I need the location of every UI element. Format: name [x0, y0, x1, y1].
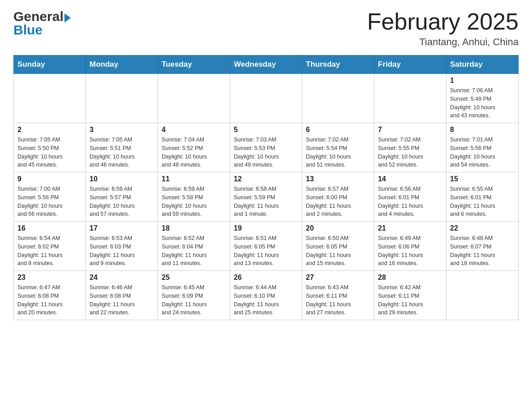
- day-info: Sunrise: 6:53 AM Sunset: 6:03 PM Dayligh…: [90, 234, 154, 268]
- calendar-cell: 7Sunrise: 7:02 AM Sunset: 5:55 PM Daylig…: [374, 123, 446, 172]
- weekday-header-thursday: Thursday: [302, 56, 374, 74]
- day-info: Sunrise: 7:02 AM Sunset: 5:54 PM Dayligh…: [306, 136, 370, 169]
- day-number: 9: [17, 175, 82, 183]
- calendar-cell: 24Sunrise: 6:46 AM Sunset: 6:08 PM Dayli…: [86, 271, 158, 320]
- day-number: 15: [450, 175, 515, 183]
- day-info: Sunrise: 7:00 AM Sunset: 5:56 PM Dayligh…: [17, 185, 82, 218]
- day-number: 17: [90, 224, 154, 232]
- calendar-cell: 3Sunrise: 7:05 AM Sunset: 5:51 PM Daylig…: [86, 123, 158, 172]
- page-header: General Blue February 2025 Tiantang, Anh…: [13, 9, 519, 48]
- location-subtitle: Tiantang, Anhui, China: [367, 36, 519, 48]
- day-number: 28: [378, 274, 442, 282]
- calendar-cell: [14, 74, 86, 123]
- calendar-cell: 11Sunrise: 6:59 AM Sunset: 5:58 PM Dayli…: [158, 172, 230, 222]
- calendar-cell: 21Sunrise: 6:49 AM Sunset: 6:06 PM Dayli…: [374, 222, 446, 271]
- day-info: Sunrise: 7:03 AM Sunset: 5:53 PM Dayligh…: [234, 136, 298, 169]
- calendar-cell: 23Sunrise: 6:47 AM Sunset: 6:08 PM Dayli…: [14, 271, 86, 320]
- day-info: Sunrise: 6:49 AM Sunset: 6:06 PM Dayligh…: [378, 234, 442, 268]
- weekday-header-row: SundayMondayTuesdayWednesdayThursdayFrid…: [14, 56, 519, 74]
- calendar-cell: 13Sunrise: 6:57 AM Sunset: 6:00 PM Dayli…: [302, 172, 374, 222]
- day-info: Sunrise: 6:42 AM Sunset: 6:11 PM Dayligh…: [378, 283, 442, 317]
- day-info: Sunrise: 6:50 AM Sunset: 6:05 PM Dayligh…: [306, 234, 370, 268]
- calendar-cell: [446, 271, 519, 320]
- day-info: Sunrise: 6:59 AM Sunset: 5:57 PM Dayligh…: [90, 185, 154, 218]
- calendar-cell: 18Sunrise: 6:52 AM Sunset: 6:04 PM Dayli…: [158, 222, 230, 271]
- day-number: 14: [378, 175, 442, 183]
- day-info: Sunrise: 6:55 AM Sunset: 6:01 PM Dayligh…: [450, 185, 515, 218]
- day-number: 1: [450, 77, 515, 85]
- day-number: 26: [234, 274, 298, 282]
- day-info: Sunrise: 7:05 AM Sunset: 5:50 PM Dayligh…: [17, 136, 82, 169]
- day-number: 7: [378, 126, 442, 134]
- day-number: 21: [378, 224, 442, 232]
- calendar-cell: [158, 74, 230, 123]
- day-number: 3: [90, 126, 154, 134]
- title-area: February 2025 Tiantang, Anhui, China: [367, 9, 519, 48]
- day-info: Sunrise: 6:59 AM Sunset: 5:58 PM Dayligh…: [162, 185, 226, 218]
- day-number: 20: [306, 224, 370, 232]
- day-number: 12: [234, 175, 298, 183]
- day-number: 19: [234, 224, 298, 232]
- calendar-cell: 4Sunrise: 7:04 AM Sunset: 5:52 PM Daylig…: [158, 123, 230, 172]
- calendar-table: SundayMondayTuesdayWednesdayThursdayFrid…: [13, 55, 519, 320]
- week-row-2: 2Sunrise: 7:05 AM Sunset: 5:50 PM Daylig…: [14, 123, 519, 172]
- day-info: Sunrise: 7:01 AM Sunset: 5:56 PM Dayligh…: [450, 136, 515, 169]
- weekday-header-monday: Monday: [86, 56, 158, 74]
- day-number: 6: [306, 126, 370, 134]
- day-number: 5: [234, 126, 298, 134]
- calendar-cell: 28Sunrise: 6:42 AM Sunset: 6:11 PM Dayli…: [374, 271, 446, 320]
- calendar-cell: 1Sunrise: 7:06 AM Sunset: 5:49 PM Daylig…: [446, 74, 519, 123]
- day-info: Sunrise: 6:52 AM Sunset: 6:04 PM Dayligh…: [162, 234, 226, 268]
- logo: General Blue: [13, 9, 71, 38]
- day-info: Sunrise: 6:54 AM Sunset: 6:02 PM Dayligh…: [17, 234, 82, 268]
- weekday-header-wednesday: Wednesday: [230, 56, 302, 74]
- calendar-cell: [302, 74, 374, 123]
- day-number: 24: [90, 274, 154, 282]
- calendar-cell: 6Sunrise: 7:02 AM Sunset: 5:54 PM Daylig…: [302, 123, 374, 172]
- day-number: 4: [162, 126, 226, 134]
- calendar-cell: [86, 74, 158, 123]
- day-number: 27: [306, 274, 370, 282]
- calendar-cell: 14Sunrise: 6:56 AM Sunset: 6:01 PM Dayli…: [374, 172, 446, 222]
- calendar-cell: 2Sunrise: 7:05 AM Sunset: 5:50 PM Daylig…: [14, 123, 86, 172]
- day-info: Sunrise: 6:58 AM Sunset: 5:59 PM Dayligh…: [234, 185, 298, 218]
- day-info: Sunrise: 6:47 AM Sunset: 6:08 PM Dayligh…: [17, 283, 82, 317]
- day-info: Sunrise: 6:56 AM Sunset: 6:01 PM Dayligh…: [378, 185, 442, 218]
- calendar-cell: 5Sunrise: 7:03 AM Sunset: 5:53 PM Daylig…: [230, 123, 302, 172]
- calendar-cell: 20Sunrise: 6:50 AM Sunset: 6:05 PM Dayli…: [302, 222, 374, 271]
- weekday-header-saturday: Saturday: [446, 56, 519, 74]
- day-number: 16: [17, 224, 82, 232]
- week-row-1: 1Sunrise: 7:06 AM Sunset: 5:49 PM Daylig…: [14, 74, 519, 123]
- calendar-cell: 15Sunrise: 6:55 AM Sunset: 6:01 PM Dayli…: [446, 172, 519, 222]
- day-number: 10: [90, 175, 154, 183]
- calendar-cell: 22Sunrise: 6:48 AM Sunset: 6:07 PM Dayli…: [446, 222, 519, 271]
- day-info: Sunrise: 6:51 AM Sunset: 6:05 PM Dayligh…: [234, 234, 298, 268]
- calendar-cell: 19Sunrise: 6:51 AM Sunset: 6:05 PM Dayli…: [230, 222, 302, 271]
- weekday-header-tuesday: Tuesday: [158, 56, 230, 74]
- day-number: 8: [450, 126, 515, 134]
- day-number: 23: [17, 274, 82, 282]
- day-info: Sunrise: 6:48 AM Sunset: 6:07 PM Dayligh…: [450, 234, 515, 268]
- day-info: Sunrise: 6:57 AM Sunset: 6:00 PM Dayligh…: [306, 185, 370, 218]
- calendar-cell: 16Sunrise: 6:54 AM Sunset: 6:02 PM Dayli…: [14, 222, 86, 271]
- calendar-cell: 26Sunrise: 6:44 AM Sunset: 6:10 PM Dayli…: [230, 271, 302, 320]
- logo-blue-text: Blue: [13, 22, 43, 38]
- day-info: Sunrise: 6:46 AM Sunset: 6:08 PM Dayligh…: [90, 283, 154, 317]
- day-info: Sunrise: 7:02 AM Sunset: 5:55 PM Dayligh…: [378, 136, 442, 169]
- calendar-cell: 12Sunrise: 6:58 AM Sunset: 5:59 PM Dayli…: [230, 172, 302, 222]
- logo-general-text: General: [13, 9, 64, 24]
- day-number: 22: [450, 224, 515, 232]
- day-info: Sunrise: 6:43 AM Sunset: 6:11 PM Dayligh…: [306, 283, 370, 317]
- weekday-header-friday: Friday: [374, 56, 446, 74]
- calendar-cell: [374, 74, 446, 123]
- calendar-cell: 25Sunrise: 6:45 AM Sunset: 6:09 PM Dayli…: [158, 271, 230, 320]
- day-number: 13: [306, 175, 370, 183]
- day-number: 18: [162, 224, 226, 232]
- calendar-cell: 8Sunrise: 7:01 AM Sunset: 5:56 PM Daylig…: [446, 123, 519, 172]
- day-info: Sunrise: 6:44 AM Sunset: 6:10 PM Dayligh…: [234, 283, 298, 317]
- day-info: Sunrise: 6:45 AM Sunset: 6:09 PM Dayligh…: [162, 283, 226, 317]
- day-info: Sunrise: 7:05 AM Sunset: 5:51 PM Dayligh…: [90, 136, 154, 169]
- month-title: February 2025: [367, 9, 519, 34]
- day-number: 25: [162, 274, 226, 282]
- calendar-cell: 9Sunrise: 7:00 AM Sunset: 5:56 PM Daylig…: [14, 172, 86, 222]
